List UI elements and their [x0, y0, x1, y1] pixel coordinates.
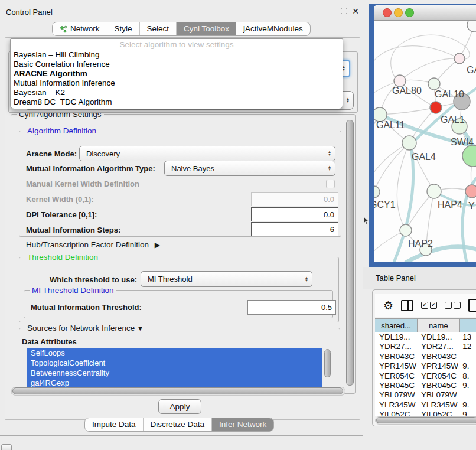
network-node-gal1[interactable] — [430, 102, 442, 113]
tab-style[interactable]: Style — [107, 22, 140, 35]
algorithm-option[interactable]: Basic Correlation Inference — [11, 60, 343, 69]
network-node-green-big[interactable] — [462, 145, 476, 167]
table-row[interactable]: YDR27...YDR27...12 — [375, 342, 476, 351]
mi-algorithm-type-combo[interactable]: Naive Bayes ▲▼ — [164, 161, 335, 176]
network-node-gcy1[interactable] — [374, 186, 380, 198]
table-cell[interactable]: YIL052C — [375, 410, 417, 416]
table-cell[interactable]: YER054C — [375, 371, 417, 381]
table-cell[interactable]: YDL19... — [417, 332, 458, 342]
network-node-gal10[interactable] — [428, 78, 440, 90]
network-node-gal-cut[interactable] — [454, 53, 465, 64]
network-node-partial-top[interactable] — [467, 21, 476, 32]
network-edge[interactable] — [374, 143, 409, 192]
table-cell[interactable]: YBR045C — [417, 381, 458, 390]
table-cell[interactable]: YPR145W — [417, 361, 458, 371]
tab-select[interactable]: Select — [140, 22, 177, 35]
data-attribute-item[interactable]: BetweennessCentrality — [27, 368, 322, 378]
kernel-width-field[interactable]: 0.0 — [251, 192, 338, 206]
tab-infer-network[interactable]: Infer Network — [212, 418, 273, 431]
network-window-titlebar[interactable] — [374, 5, 476, 21]
unchecked-checkbox-icon[interactable] — [454, 302, 461, 309]
column-header-shared...[interactable]: shared... — [375, 319, 418, 332]
network-edge[interactable] — [380, 107, 436, 115]
table-cell[interactable]: 12 — [458, 342, 476, 351]
table-cell[interactable] — [458, 352, 476, 361]
network-node-hap2[interactable] — [400, 224, 412, 236]
table-cell[interactable]: YDL19... — [375, 332, 417, 342]
table-cell[interactable]: 9 — [458, 410, 476, 416]
table-cell[interactable]: YBR045C — [375, 381, 417, 390]
table-cell[interactable]: YBL079W — [417, 390, 458, 400]
checked-checkbox-icon[interactable]: ✔ — [421, 302, 428, 309]
table-cell[interactable]: YBR043C — [375, 352, 417, 361]
table-row[interactable]: YER054CYER054C8. — [375, 371, 476, 381]
tab-jactivemnodules[interactable]: jActiveMNodules — [236, 22, 310, 35]
table-row[interactable]: YPR145WYPR145W9. — [375, 361, 476, 371]
tab-discretize-data[interactable]: Discretize Data — [144, 418, 213, 431]
mac-close-icon[interactable] — [383, 8, 392, 17]
list-scrollbar[interactable] — [324, 349, 331, 377]
table-cell[interactable]: 9. — [458, 400, 476, 410]
mi-steps-field[interactable]: 6 — [251, 222, 338, 236]
tab-network[interactable]: Network — [53, 22, 107, 35]
network-node-gal80[interactable] — [394, 75, 406, 87]
table-cell[interactable]: 8. — [458, 371, 476, 381]
algorithm-option[interactable]: ARACNE Algorithm — [11, 69, 343, 79]
sources-title[interactable]: Sources for Network Inference ▼ — [25, 324, 146, 332]
table-row[interactable]: YLR345WYLR345W9. — [375, 400, 476, 410]
table-cell[interactable]: YIL052C — [417, 410, 458, 416]
table-cell[interactable]: 13 — [458, 332, 476, 342]
table-row[interactable]: YBR043CYBR043C — [375, 352, 476, 361]
mac-minimize-icon[interactable] — [394, 8, 403, 17]
table-cell[interactable]: 9. — [458, 361, 476, 371]
apply-button[interactable]: Apply — [158, 399, 201, 414]
network-node-gal4[interactable] — [402, 136, 416, 150]
network-canvas[interactable]: GALGAL80GAL10GAL1GAL11SWI4GAL4GCY1YHAP4H… — [374, 21, 476, 262]
table-cell[interactable]: YLR345W — [417, 400, 458, 410]
algorithm-option[interactable]: Dream8 DC_TDC Algorithm — [11, 97, 343, 107]
tab-impute-data[interactable]: Impute Data — [85, 418, 144, 431]
network-node-hap4[interactable] — [427, 184, 441, 198]
page-icon[interactable] — [468, 299, 476, 312]
checked-checkbox-icon[interactable]: ✔ — [430, 302, 437, 309]
table-row[interactable]: YIL052CYIL052C9 — [375, 410, 476, 416]
hub-definition-toggle[interactable]: Hub/Transcription Factor Definition ▶ — [26, 240, 160, 249]
dpi-tolerance-field[interactable]: 0.0 — [251, 207, 338, 221]
table-cell[interactable] — [458, 390, 476, 400]
data-attribute-item[interactable]: gal4RGexp — [27, 378, 322, 387]
which-threshold-combo[interactable]: MI Threshold ▲▼ — [141, 271, 312, 287]
table-cell[interactable]: 9. — [458, 381, 476, 390]
network-edge[interactable] — [400, 58, 459, 81]
manual-kernel-checkbox[interactable] — [326, 180, 335, 188]
column-header-name[interactable]: name — [418, 319, 459, 332]
tab-cyni-toolbox[interactable]: Cyni Toolbox — [177, 22, 236, 35]
gear-icon[interactable]: ⚙ — [383, 300, 393, 311]
mac-zoom-icon[interactable] — [405, 8, 414, 17]
table-row[interactable]: YBL079WYBL079W — [375, 390, 476, 400]
table-row[interactable]: YBR045CYBR045C9. — [375, 381, 476, 390]
float-window-icon[interactable] — [341, 8, 347, 14]
table-cell[interactable]: YPR145W — [375, 361, 417, 371]
settings-horizontal-scrollbar[interactable] — [12, 387, 343, 394]
table-cell[interactable]: YLR345W — [375, 400, 417, 410]
aracne-mode-combo[interactable]: Discovery ▲▼ — [79, 146, 335, 161]
table-cell[interactable]: YDR27... — [417, 342, 458, 351]
table-cell[interactable]: YBR043C — [417, 352, 458, 361]
table-horizontal-scrollbar[interactable] — [376, 417, 476, 423]
mi-threshold-field[interactable]: 0.5 — [247, 300, 336, 315]
close-icon[interactable]: ✕ — [352, 8, 359, 15]
settings-vertical-scrollbar[interactable] — [346, 120, 354, 386]
algorithm-option[interactable]: Bayesian – Hill Climbing — [11, 50, 343, 60]
column-header-cut[interactable] — [460, 319, 476, 332]
table-row[interactable]: YDL19...YDL19...13 — [375, 332, 476, 342]
unchecked-checkbox-icon[interactable] — [445, 302, 452, 309]
table-cell[interactable]: YER054C — [417, 371, 458, 381]
data-attribute-item[interactable]: TopologicalCoefficient — [27, 358, 322, 368]
data-attribute-item[interactable]: SelfLoops — [27, 348, 322, 358]
network-edge[interactable] — [374, 46, 459, 67]
data-attributes-list[interactable]: SelfLoopsTopologicalCoefficientBetweenne… — [27, 348, 322, 387]
minimized-panel-button[interactable] — [1, 444, 12, 450]
algorithm-option[interactable]: Mutual Information Inference — [11, 79, 343, 88]
algorithm-option[interactable]: Bayesian – K2 — [11, 88, 343, 97]
columns-icon[interactable] — [401, 300, 413, 311]
